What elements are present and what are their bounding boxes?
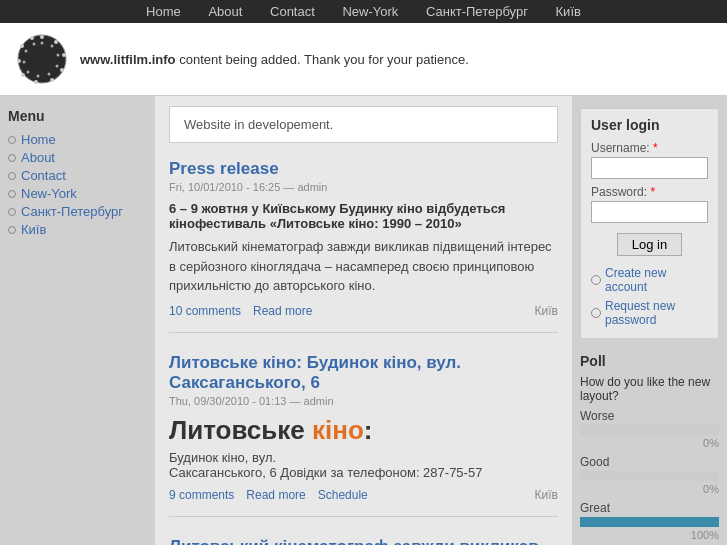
menu-dot-icon <box>8 172 16 180</box>
poll-option-worse: Worse <box>580 409 719 423</box>
create-account-row: Create new account <box>591 264 708 296</box>
nav-about[interactable]: About <box>208 4 242 19</box>
article-read-more-link[interactable]: Read more <box>253 304 312 318</box>
menu-link-kyiv[interactable]: Київ <box>21 222 46 237</box>
username-label: Username: * <box>591 141 708 155</box>
create-account-link[interactable]: Create new account <box>605 266 708 294</box>
poll-bar-worse-container <box>580 425 719 435</box>
sidebar-left: Menu Home About Contact New-York Санкт-П… <box>0 96 155 545</box>
article-partial: Литовський кінематограф завжди викликав … <box>169 537 558 546</box>
article-location-2: Київ <box>535 488 558 502</box>
username-required: * <box>653 141 658 155</box>
article-comments-link-2[interactable]: 9 comments <box>169 488 234 502</box>
nav-spb[interactable]: Санкт-Петербург <box>426 4 528 19</box>
article-body: Литовський кінематограф завжди викликав … <box>169 237 558 296</box>
password-label: Password: * <box>591 185 708 199</box>
article-large-title: Литовське кіно: <box>169 415 558 446</box>
svg-point-10 <box>30 36 34 40</box>
svg-point-15 <box>48 73 51 76</box>
poll-option-good: Good <box>580 455 719 469</box>
article-comments-link[interactable]: 10 comments <box>169 304 241 318</box>
poll-box: Poll How do you like the new layout? Wor… <box>580 353 719 545</box>
login-button[interactable]: Log in <box>617 233 682 256</box>
article-meta: Fri, 10/01/2010 - 16:25 — admin <box>169 181 558 193</box>
password-input[interactable] <box>591 201 708 223</box>
article-title-2: Литовське кіно: Будинок кіно, вул. Сакса… <box>169 353 558 393</box>
article-subtitle: 6 – 9 жовтня у Київському Будинку кіно в… <box>169 201 558 231</box>
sidebar-item-contact[interactable]: Contact <box>8 168 147 183</box>
site-header: www.litfilm.info content being added. Th… <box>0 23 727 96</box>
sidebar-item-about[interactable]: About <box>8 150 147 165</box>
poll-bar-great-container <box>580 517 719 527</box>
nav-newyork[interactable]: New-York <box>342 4 398 19</box>
menu-dot-icon <box>8 154 16 162</box>
svg-point-19 <box>25 50 28 53</box>
article-large-title-part1: Литовське <box>169 415 312 445</box>
svg-point-7 <box>21 73 25 77</box>
menu-link-about[interactable]: About <box>21 150 55 165</box>
svg-point-8 <box>17 59 21 63</box>
article-title-link-3[interactable]: Литовський кінематограф завжди викликав … <box>169 537 539 546</box>
menu-link-home[interactable]: Home <box>21 132 56 147</box>
top-navigation: Home About Contact New-York Санкт-Петерб… <box>0 0 727 23</box>
username-input[interactable] <box>591 157 708 179</box>
radio-dot-icon <box>591 275 601 285</box>
svg-point-18 <box>23 61 26 64</box>
article-large-title-part3: : <box>364 415 373 445</box>
article-large-title-highlight: кіно <box>312 415 364 445</box>
article-footer: 10 comments Read more Київ <box>169 304 558 318</box>
poll-percent-good: 0% <box>580 483 719 495</box>
article-read-more-link-2[interactable]: Read more <box>246 488 305 502</box>
svg-point-1 <box>40 35 44 39</box>
poll-percent-worse: 0% <box>580 437 719 449</box>
article-press-release: Press release Fri, 10/01/2010 - 16:25 — … <box>169 159 558 333</box>
svg-point-6 <box>34 80 38 84</box>
poll-bar-good-container <box>580 471 719 481</box>
poll-bar-great <box>580 517 719 527</box>
nav-kyiv[interactable]: Київ <box>556 4 581 19</box>
article-meta-2: Thu, 09/30/2010 - 01:13 — admin <box>169 395 558 407</box>
article-title-link-2[interactable]: Литовське кіно: Будинок кіно, вул. Сакса… <box>169 353 461 392</box>
menu-dot-icon <box>8 136 16 144</box>
site-name: www.litfilm.info <box>80 52 176 67</box>
svg-point-9 <box>20 44 24 48</box>
svg-point-11 <box>41 42 44 45</box>
article-title-link[interactable]: Press release <box>169 159 279 178</box>
sidebar-right: User login Username: * Password: * Log i… <box>572 96 727 545</box>
svg-point-3 <box>62 53 66 57</box>
svg-point-16 <box>37 75 40 78</box>
svg-point-13 <box>57 54 60 57</box>
sidebar-item-newyork[interactable]: New-York <box>8 186 147 201</box>
password-required: * <box>650 185 655 199</box>
svg-point-17 <box>27 71 30 74</box>
menu-dot-icon <box>8 226 16 234</box>
nav-home[interactable]: Home <box>146 4 181 19</box>
poll-percent-great: 100% <box>580 529 719 541</box>
user-login-box: User login Username: * Password: * Log i… <box>580 108 719 339</box>
main-content: Website in developement. Press release F… <box>155 96 572 545</box>
menu-dot-icon <box>8 190 16 198</box>
menu-link-contact[interactable]: Contact <box>21 168 66 183</box>
svg-point-20 <box>33 43 36 46</box>
svg-point-12 <box>51 45 54 48</box>
header-text: www.litfilm.info content being added. Th… <box>80 52 469 67</box>
header-tagline: content being added. Thank you for your … <box>176 52 469 67</box>
dev-notice: Website in developement. <box>169 106 558 143</box>
request-password-link[interactable]: Request new password <box>605 299 708 327</box>
article-body-small: Будинок кіно, вул. Саксаганського, 6 Дов… <box>169 450 558 480</box>
sidebar-item-spb[interactable]: Санкт-Петербург <box>8 204 147 219</box>
menu-link-newyork[interactable]: New-York <box>21 186 77 201</box>
request-password-row: Request new password <box>591 297 708 329</box>
site-logo <box>16 33 68 85</box>
poll-title: Poll <box>580 353 719 369</box>
sidebar-item-kyiv[interactable]: Київ <box>8 222 147 237</box>
menu-link-spb[interactable]: Санкт-Петербург <box>21 204 123 219</box>
article-schedule-link[interactable]: Schedule <box>318 488 368 502</box>
article-footer-2: 9 comments Read more Schedule Київ <box>169 488 558 502</box>
poll-option-great: Great <box>580 501 719 515</box>
nav-contact[interactable]: Contact <box>270 4 315 19</box>
svg-point-2 <box>54 40 58 44</box>
radio-dot-icon-2 <box>591 308 601 318</box>
article-lituanian-cinema: Литовське кіно: Будинок кіно, вул. Сакса… <box>169 353 558 517</box>
sidebar-item-home[interactable]: Home <box>8 132 147 147</box>
